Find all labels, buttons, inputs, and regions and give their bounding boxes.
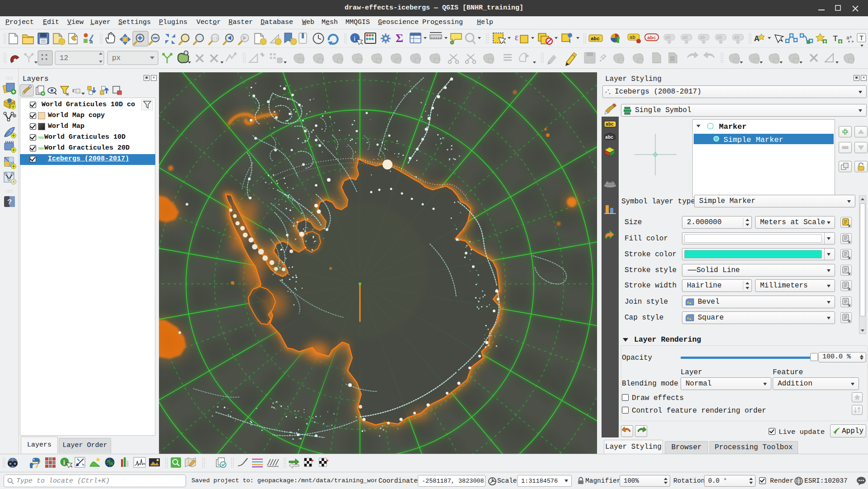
svg-text:ε: ε bbox=[72, 86, 75, 94]
svg-text:aᵇ: aᵇ bbox=[846, 35, 852, 41]
svg-text:ε: ε bbox=[515, 32, 518, 42]
svg-text:ab: ab bbox=[700, 35, 705, 40]
svg-text:Simple Marker: Simple Marker bbox=[723, 136, 784, 144]
svg-text:12: 12 bbox=[60, 54, 68, 62]
svg-text:A: A bbox=[754, 34, 760, 44]
svg-text:Marker: Marker bbox=[719, 122, 747, 131]
svg-text:T: T bbox=[833, 34, 838, 44]
svg-text:ab: ab bbox=[717, 35, 722, 40]
svg-text:?: ? bbox=[7, 198, 12, 207]
svg-text:i: i bbox=[63, 459, 65, 466]
svg-text:abc: abc bbox=[647, 35, 656, 41]
svg-text:i: i bbox=[354, 35, 355, 42]
svg-text:Σ: Σ bbox=[396, 32, 403, 45]
svg-text:abc: abc bbox=[591, 36, 600, 42]
svg-text:ab: ab bbox=[630, 35, 635, 40]
svg-text:1:1: 1:1 bbox=[211, 36, 218, 40]
svg-text:ab: ab bbox=[682, 35, 688, 40]
svg-text:T: T bbox=[859, 35, 863, 42]
svg-text:px: px bbox=[112, 54, 121, 62]
svg-text:abc: abc bbox=[605, 135, 613, 140]
svg-text:ab: ab bbox=[734, 35, 739, 40]
svg-text:ab: ab bbox=[665, 35, 671, 40]
svg-text:a: a bbox=[89, 38, 93, 45]
svg-text:abc: abc bbox=[606, 122, 614, 127]
